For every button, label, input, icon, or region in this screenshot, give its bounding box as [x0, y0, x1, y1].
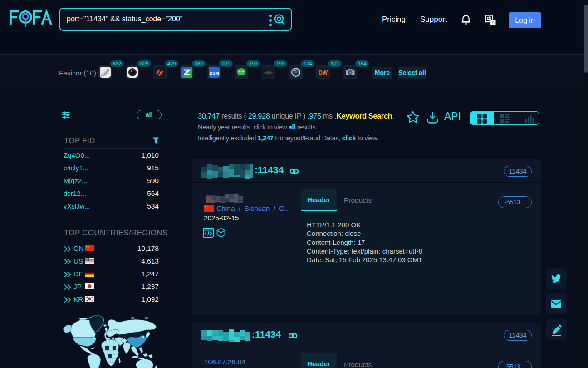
svg-text:A: A: [491, 20, 495, 25]
svg-text:DSM: DSM: [209, 70, 219, 75]
svg-text:DW: DW: [318, 70, 328, 76]
